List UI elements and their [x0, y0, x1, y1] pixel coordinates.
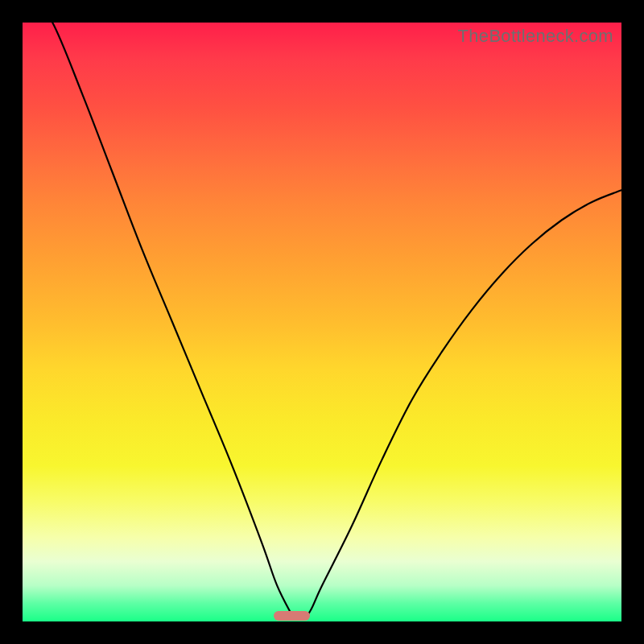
watermark-text: TheBottleneck.com	[458, 26, 613, 47]
curve-path	[35, 6, 639, 618]
optimum-marker	[274, 611, 310, 621]
plot-area: TheBottleneck.com	[23, 23, 621, 621]
chart-frame: TheBottleneck.com	[0, 0, 644, 644]
bottleneck-curve	[23, 23, 621, 621]
